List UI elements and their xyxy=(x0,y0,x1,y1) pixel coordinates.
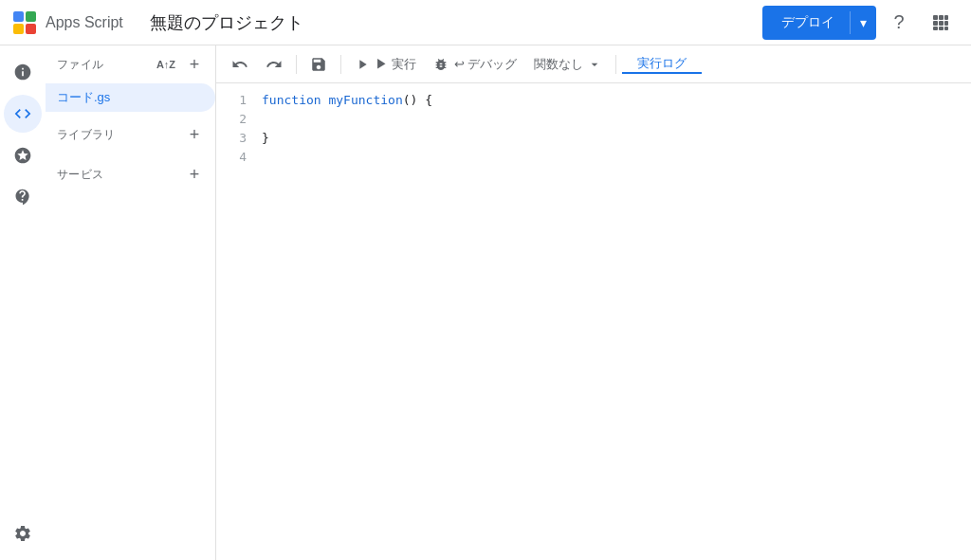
settings-icon xyxy=(13,524,32,543)
code-editor[interactable]: 1 function myFunction() { 2 3 } 4 xyxy=(216,83,971,560)
services-label: サービス xyxy=(57,167,103,183)
file-panel: ファイル A↑Z + コード.gs ライブラリ + サービス + xyxy=(46,45,216,560)
file-panel-header: ファイル A↑Z + xyxy=(46,45,215,83)
line-content-1: function myFunction() { xyxy=(262,91,971,110)
header: Apps Script 無題のプロジェクト デプロイ ▾ ? xyxy=(0,0,971,45)
editor-toolbar: ▶ 実行 ↩ デバッグ 関数なし 実行ログ xyxy=(216,45,971,83)
apps-script-logo xyxy=(11,9,38,36)
deploy-dropdown-arrow: ▾ xyxy=(851,6,876,40)
toolbar-separator-3 xyxy=(615,55,616,74)
function-dropdown-icon xyxy=(587,57,602,72)
tab-execution-log[interactable]: 実行ログ xyxy=(622,55,702,74)
svg-rect-8 xyxy=(933,21,938,26)
sidebar-icons xyxy=(0,45,46,560)
svg-rect-12 xyxy=(939,27,944,30)
file-item-name: コード.gs xyxy=(57,89,208,106)
line-number-2: 2 xyxy=(216,110,262,129)
svg-rect-1 xyxy=(13,11,24,22)
debug-icon xyxy=(433,57,449,72)
code-line-3: 3 } xyxy=(216,129,971,148)
sidebar-item-info[interactable] xyxy=(4,53,42,91)
debug-button[interactable]: ↩ デバッグ xyxy=(426,52,525,77)
save-icon xyxy=(310,56,327,73)
line-content-2 xyxy=(262,110,971,129)
sidebar-item-triggers[interactable] xyxy=(4,136,42,174)
sort-files-button[interactable]: A↑Z xyxy=(153,51,179,78)
toolbar-separator-2 xyxy=(340,55,341,74)
sidebar-item-editor[interactable] xyxy=(4,95,42,133)
triggers-icon xyxy=(13,146,32,165)
app-title-label: Apps Script xyxy=(46,14,123,31)
toolbar-separator-1 xyxy=(296,55,297,74)
app-logo: Apps Script xyxy=(11,9,123,36)
svg-rect-10 xyxy=(944,21,948,26)
svg-rect-3 xyxy=(13,24,24,34)
help-button[interactable]: ? xyxy=(880,4,918,42)
line-number-4: 4 xyxy=(216,148,262,167)
run-button[interactable]: ▶ 実行 xyxy=(347,52,424,77)
svg-rect-13 xyxy=(944,27,948,30)
line-content-4 xyxy=(262,148,971,167)
svg-rect-5 xyxy=(933,15,938,20)
main-layout: ファイル A↑Z + コード.gs ライブラリ + サービス + xyxy=(0,45,971,560)
function-selector[interactable]: 関数なし xyxy=(526,52,610,77)
run-label: ▶ 実行 xyxy=(376,56,416,73)
undo-button[interactable] xyxy=(224,52,256,77)
code-line-2: 2 xyxy=(216,110,971,129)
file-item-code-gs[interactable]: コード.gs xyxy=(46,83,215,112)
svg-rect-4 xyxy=(26,24,36,34)
function-label: 関数なし xyxy=(534,56,583,73)
add-file-button[interactable]: + xyxy=(181,51,208,78)
apps-button[interactable] xyxy=(922,4,960,42)
editor-icon xyxy=(13,104,32,123)
redo-button[interactable] xyxy=(258,52,290,77)
save-button[interactable] xyxy=(302,52,335,77)
code-line-1: 1 function myFunction() { xyxy=(216,91,971,110)
executions-icon xyxy=(13,188,32,207)
code-line-4: 4 xyxy=(216,148,971,167)
svg-rect-9 xyxy=(939,21,944,26)
tab-execution-log-label: 実行ログ xyxy=(637,55,687,72)
svg-rect-2 xyxy=(26,11,36,22)
libraries-section-header: ライブラリ + xyxy=(46,112,215,152)
editor-area: ▶ 実行 ↩ デバッグ 関数なし 実行ログ xyxy=(216,45,971,560)
redo-icon xyxy=(266,56,283,73)
svg-rect-7 xyxy=(944,15,948,20)
run-icon xyxy=(355,57,370,72)
svg-rect-6 xyxy=(939,15,944,20)
libraries-label: ライブラリ xyxy=(57,127,116,143)
files-section-label: ファイル xyxy=(57,57,103,73)
grid-icon xyxy=(931,13,950,32)
file-panel-actions: A↑Z + xyxy=(153,51,208,78)
sidebar-item-settings[interactable] xyxy=(4,515,42,552)
svg-rect-11 xyxy=(933,27,938,30)
undo-icon xyxy=(231,56,248,73)
deploy-button-label: デプロイ xyxy=(762,6,850,40)
sidebar-item-executions[interactable] xyxy=(4,178,42,216)
tab-bar: 実行ログ xyxy=(622,55,702,74)
services-section-header: サービス + xyxy=(46,152,215,191)
debug-label: ↩ デバッグ xyxy=(454,56,518,73)
deploy-button[interactable]: デプロイ ▾ xyxy=(762,6,876,40)
line-number-1: 1 xyxy=(216,91,262,110)
add-library-button[interactable]: + xyxy=(181,121,208,148)
info-icon xyxy=(13,63,32,81)
project-title-label: 無題のプロジェクト xyxy=(150,11,303,34)
line-content-3: } xyxy=(262,129,971,148)
line-number-3: 3 xyxy=(216,129,262,148)
add-service-button[interactable]: + xyxy=(181,161,208,188)
